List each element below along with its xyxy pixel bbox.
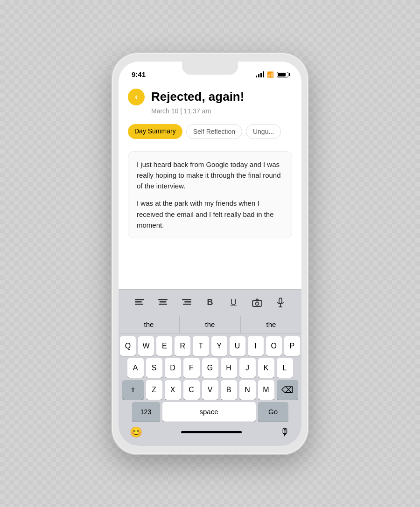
key-row-2: A S D F G H J K L bbox=[120, 358, 300, 378]
svg-rect-7 bbox=[184, 301, 191, 303]
back-button[interactable]: ‹ bbox=[128, 89, 145, 105]
key-g[interactable]: G bbox=[202, 358, 218, 378]
key-l[interactable]: L bbox=[277, 358, 293, 378]
tabs-row: Day Summary Self Reflection Ungu... bbox=[119, 119, 301, 144]
suggestion-2[interactable]: the bbox=[180, 316, 241, 333]
content-area: ‹ Rejected, again! March 10 | 11:37 am D… bbox=[119, 82, 301, 446]
key-b[interactable]: B bbox=[221, 380, 237, 400]
key-j[interactable]: J bbox=[239, 358, 256, 378]
key-p[interactable]: P bbox=[284, 336, 300, 356]
key-q[interactable]: Q bbox=[120, 336, 136, 356]
bold-button[interactable]: B bbox=[202, 294, 218, 311]
key-row-4: 123 space Go bbox=[120, 402, 300, 422]
tab-ungu[interactable]: Ungu... bbox=[246, 124, 281, 139]
key-e[interactable]: E bbox=[156, 336, 172, 356]
content-box[interactable]: I just heard back from Google today and … bbox=[128, 151, 292, 239]
svg-rect-0 bbox=[135, 299, 144, 300]
key-o[interactable]: O bbox=[266, 336, 282, 356]
key-h[interactable]: H bbox=[221, 358, 237, 378]
key-v[interactable]: V bbox=[202, 380, 218, 400]
entry-date: March 10 | 11:37 am bbox=[128, 107, 292, 115]
suggestion-3[interactable]: the bbox=[241, 316, 301, 333]
status-time: 9:41 bbox=[132, 70, 146, 78]
wifi-icon: 📶 bbox=[267, 71, 274, 78]
key-d[interactable]: D bbox=[165, 358, 181, 378]
keys-section: Q W E R T Y U I O P A S bbox=[119, 333, 301, 424]
header-top: ‹ Rejected, again! bbox=[128, 89, 292, 105]
align-right-button[interactable] bbox=[178, 294, 195, 311]
tab-self-reflection[interactable]: Self Reflection bbox=[186, 124, 242, 139]
emoji-icon[interactable]: 😊 bbox=[130, 426, 142, 438]
key-y[interactable]: Y bbox=[211, 336, 227, 356]
svg-rect-6 bbox=[182, 299, 191, 300]
key-f[interactable]: F bbox=[183, 358, 200, 378]
battery-icon bbox=[277, 72, 288, 77]
delete-key[interactable]: ⌫ bbox=[277, 380, 298, 400]
home-indicator bbox=[181, 431, 242, 433]
suggestions-row: the the the bbox=[119, 316, 301, 333]
svg-rect-1 bbox=[135, 301, 142, 303]
key-c[interactable]: C bbox=[183, 380, 200, 400]
keyboard: the the the Q W E R T Y U I O bbox=[119, 316, 301, 446]
key-row-3: ⇧ Z X C V B N M ⌫ bbox=[120, 380, 300, 400]
key-row-1: Q W E R T Y U I O P bbox=[120, 336, 300, 356]
space-key[interactable]: space bbox=[162, 402, 256, 422]
align-center-button[interactable] bbox=[154, 294, 171, 311]
svg-rect-8 bbox=[183, 304, 191, 305]
key-u[interactable]: U bbox=[230, 336, 245, 356]
signal-icon bbox=[256, 72, 264, 77]
keyboard-mic-icon[interactable]: 🎙 bbox=[280, 426, 290, 438]
svg-rect-5 bbox=[159, 304, 167, 305]
tab-day-summary[interactable]: Day Summary bbox=[128, 124, 182, 139]
key-s[interactable]: S bbox=[146, 358, 162, 378]
mic-button[interactable] bbox=[272, 294, 289, 311]
key-m[interactable]: M bbox=[258, 380, 274, 400]
entry-header: ‹ Rejected, again! March 10 | 11:37 am bbox=[119, 82, 301, 119]
phone-wrapper: 9:41 📶 ‹ Rejected, a bbox=[112, 53, 308, 454]
suggestion-1[interactable]: the bbox=[119, 316, 180, 333]
key-i[interactable]: I bbox=[248, 336, 264, 356]
key-k[interactable]: K bbox=[258, 358, 274, 378]
underline-button[interactable]: U bbox=[225, 294, 242, 311]
svg-rect-4 bbox=[160, 301, 167, 303]
text-content: I just heard back from Google today and … bbox=[119, 144, 301, 289]
svg-rect-11 bbox=[279, 298, 282, 304]
camera-button[interactable] bbox=[249, 294, 266, 311]
key-x[interactable]: X bbox=[165, 380, 181, 400]
svg-rect-3 bbox=[158, 299, 168, 300]
align-left-button[interactable] bbox=[131, 294, 148, 311]
go-key[interactable]: Go bbox=[258, 402, 288, 422]
status-icons: 📶 bbox=[256, 71, 288, 78]
entry-title: Rejected, again! bbox=[151, 90, 244, 104]
paragraph-2: I was at the park with my friends when I… bbox=[137, 198, 283, 230]
svg-point-10 bbox=[255, 302, 259, 305]
paragraph-1: I just heard back from Google today and … bbox=[137, 159, 283, 192]
key-r[interactable]: R bbox=[175, 336, 190, 356]
content-text: I just heard back from Google today and … bbox=[137, 159, 283, 231]
key-t[interactable]: T bbox=[193, 336, 209, 356]
shift-key[interactable]: ⇧ bbox=[122, 380, 144, 400]
format-toolbar: B U bbox=[119, 289, 301, 316]
key-a[interactable]: A bbox=[127, 358, 144, 378]
phone-screen: 9:41 📶 ‹ Rejected, a bbox=[119, 62, 301, 446]
key-w[interactable]: W bbox=[138, 336, 154, 356]
key-n[interactable]: N bbox=[239, 380, 256, 400]
num-key[interactable]: 123 bbox=[132, 402, 160, 422]
key-z[interactable]: Z bbox=[146, 380, 162, 400]
notch bbox=[182, 62, 238, 75]
svg-rect-2 bbox=[135, 304, 143, 305]
